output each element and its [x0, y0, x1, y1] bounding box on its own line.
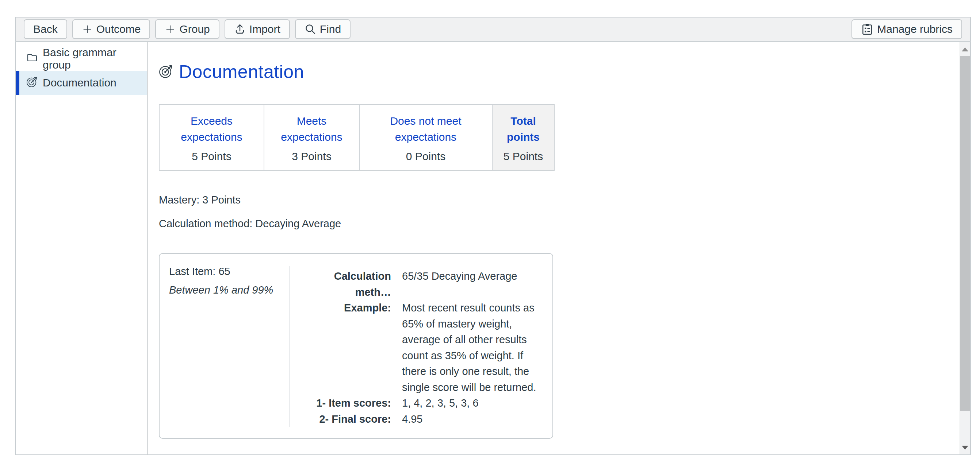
calculation-box-right: Calculation meth… 65/35 Decaying Average… — [290, 266, 552, 427]
rating-points: 5 Points — [165, 150, 259, 163]
rating-label: Exceeds expectations — [165, 113, 259, 145]
back-button-label: Back — [33, 23, 58, 35]
last-item-text: Last Item: 65 — [169, 263, 280, 280]
scrollbar-thumb[interactable] — [960, 56, 970, 411]
calculation-method-text: Calculation method: Decaying Average — [159, 218, 959, 230]
triangle-up-icon — [962, 48, 968, 51]
manage-rubrics-button[interactable]: Manage rubrics — [851, 19, 962, 39]
mastery-text: Mastery: 3 Points — [159, 194, 959, 206]
calc-row-value: Most recent result counts as 65% of mast… — [402, 300, 543, 395]
rating-cell-meets: Meets expectations 3 Points — [264, 105, 359, 170]
sidebar-item-label: Documentation — [43, 77, 116, 89]
rating-label: Meets expectations — [269, 113, 354, 145]
back-button[interactable]: Back — [24, 19, 67, 39]
calculation-box-left: Last Item: 65 Between 1% and 99% — [159, 254, 290, 438]
sidebar-item-label: Basic grammar group — [43, 46, 147, 71]
rating-label: Does not meet expectations — [365, 113, 487, 145]
page-title: Documentation — [159, 61, 959, 82]
calc-row-label: 1- Item scores: — [299, 395, 391, 411]
outcome-detail-panel: Documentation Exceeds expectations 5 Poi… — [149, 42, 959, 455]
range-note-text: Between 1% and 99% — [169, 282, 280, 298]
import-button[interactable]: Import — [224, 19, 290, 39]
outcome-target-icon — [159, 64, 173, 80]
vertical-scrollbar[interactable] — [959, 42, 970, 455]
rating-label: Total points — [498, 113, 549, 145]
find-button[interactable]: Find — [295, 19, 350, 39]
search-icon — [304, 23, 316, 35]
calc-row-label: Calculation meth… — [299, 268, 391, 300]
page-title-text: Documentation — [179, 61, 304, 82]
sidebar-item-basic-grammar-group[interactable]: Basic grammar group — [16, 47, 147, 71]
add-group-button-label: Group — [179, 23, 210, 35]
toolbar: Back Outcome Group Import Find — [15, 17, 971, 41]
calc-row-value: 1, 4, 2, 3, 5, 3, 6 — [402, 395, 543, 411]
calc-row-value: 65/35 Decaying Average — [402, 268, 543, 300]
outcomes-sidebar: Basic grammar group Documentation — [16, 42, 148, 455]
calculation-detail-grid: Calculation meth… 65/35 Decaying Average… — [299, 268, 543, 427]
folder-icon — [26, 52, 38, 66]
rating-cell-exceeds: Exceeds expectations 5 Points — [159, 105, 264, 170]
calc-row-value: 4.95 — [402, 411, 543, 428]
manage-rubrics-button-label: Manage rubrics — [877, 23, 953, 35]
add-group-button[interactable]: Group — [155, 19, 219, 39]
triangle-down-icon — [962, 446, 968, 450]
plus-icon — [165, 24, 176, 35]
rating-points: 0 Points — [365, 150, 487, 163]
scrollbar-down-arrow[interactable] — [960, 440, 970, 455]
content-frame: Basic grammar group Documentation — [15, 41, 971, 455]
rating-cell-does-not-meet: Does not meet expectations 0 Points — [359, 105, 492, 170]
rating-points: 3 Points — [269, 150, 354, 163]
rubric-clipboard-icon — [861, 23, 873, 35]
sidebar-item-documentation[interactable]: Documentation — [16, 71, 147, 95]
calc-row-label: 2- Final score: — [299, 411, 391, 428]
calculation-example-box: Last Item: 65 Between 1% and 99% Calcula… — [159, 253, 553, 439]
outcome-target-icon — [26, 76, 38, 90]
plus-icon — [82, 24, 93, 35]
add-outcome-button-label: Outcome — [96, 23, 141, 35]
scrollbar-up-arrow[interactable] — [960, 42, 970, 56]
upload-icon — [234, 23, 246, 35]
find-button-label: Find — [320, 23, 341, 35]
ratings-row: Exceeds expectations 5 Points Meets expe… — [159, 105, 554, 170]
import-button-label: Import — [250, 23, 280, 35]
add-outcome-button[interactable]: Outcome — [72, 19, 150, 39]
rating-cell-total-points: Total points 5 Points — [492, 105, 554, 170]
ratings-table: Exceeds expectations 5 Points Meets expe… — [159, 104, 555, 171]
calc-row-label: Example: — [299, 300, 391, 395]
rating-points: 5 Points — [498, 150, 549, 163]
